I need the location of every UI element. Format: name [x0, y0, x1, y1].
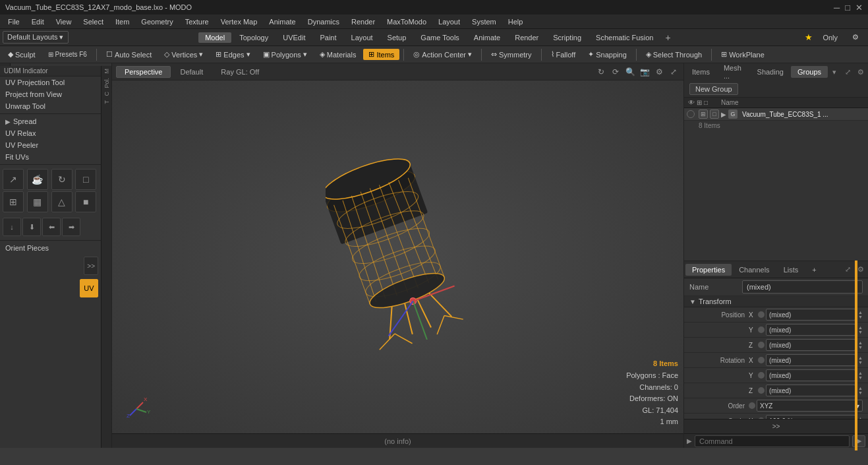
command-run-button[interactable]: ▶: [852, 435, 865, 447]
close-button[interactable]: ✕: [855, 3, 863, 13]
down-rot-x-icon[interactable]: ▼: [858, 360, 863, 365]
tab-animate[interactable]: Animate: [467, 32, 507, 43]
panel-tab-mesh[interactable]: Mesh ...: [717, 62, 750, 82]
tool-icon-6[interactable]: ▦: [27, 191, 48, 212]
position-z-dot[interactable]: [758, 342, 765, 348]
rotation-x-dot[interactable]: [758, 357, 765, 363]
auto-select-btn[interactable]: ☐ Auto Select: [101, 49, 157, 60]
settings-vp-icon[interactable]: ⚙: [653, 66, 665, 78]
tab-scripting[interactable]: Scripting: [546, 32, 588, 43]
tool-icon-3[interactable]: ↻: [51, 169, 72, 190]
menu-vertexmap[interactable]: Vertex Map: [216, 16, 263, 27]
tree-ctrl-1[interactable]: ⊞: [699, 109, 708, 119]
up-arrow-y-icon[interactable]: ▲: [858, 325, 863, 330]
tool-icon-5[interactable]: ⊞: [3, 191, 24, 212]
action-center-btn[interactable]: ◎ Action Center ▾: [408, 49, 477, 60]
left-item-orientpieces[interactable]: Orient Pieces: [0, 242, 101, 254]
left-item-uvprojection[interactable]: UV Projection Tool: [0, 77, 101, 88]
menu-file[interactable]: File: [3, 16, 25, 27]
maximize-button[interactable]: □: [845, 3, 850, 13]
add-tab-button[interactable]: +: [662, 32, 675, 43]
menu-maxtomodo[interactable]: MaxToModo: [382, 16, 432, 27]
search-icon[interactable]: 🔍: [624, 66, 636, 78]
items-btn[interactable]: ⊞ Items: [363, 49, 399, 60]
more-button[interactable]: >>: [84, 257, 98, 275]
tab-model[interactable]: Model: [198, 32, 231, 43]
tab-topology[interactable]: Topology: [233, 32, 275, 43]
rotation-z-field[interactable]: (mixed): [766, 385, 855, 396]
props-tab-channels[interactable]: Channels: [732, 264, 776, 276]
camera-icon[interactable]: 📷: [639, 66, 651, 78]
tool-icon-2[interactable]: ☕: [27, 169, 48, 190]
up-arrow-z-icon[interactable]: ▲: [858, 340, 863, 345]
tab-paint[interactable]: Paint: [313, 32, 343, 43]
only-button[interactable]: Only: [816, 32, 844, 43]
tab-render[interactable]: Render: [508, 32, 545, 43]
props-more-button[interactable]: >>: [772, 423, 780, 430]
layouts-dropdown[interactable]: Default Layouts ▾: [3, 31, 69, 44]
order-select[interactable]: XYZ ▾: [757, 400, 863, 412]
menu-animate[interactable]: Animate: [264, 16, 301, 27]
menu-edit[interactable]: Edit: [26, 16, 49, 27]
falloff-btn[interactable]: ⌇ Falloff: [546, 49, 581, 60]
up-rot-z-icon[interactable]: ▲: [858, 386, 863, 390]
right-icon[interactable]: ➡: [62, 218, 80, 236]
down-arrow-z-icon[interactable]: ▼: [858, 345, 863, 350]
rotation-z-dot[interactable]: [758, 387, 765, 394]
tool-icon-1[interactable]: ↗: [3, 169, 24, 190]
down-arrow-icon[interactable]: ▼: [858, 315, 863, 319]
panel-tab-shading[interactable]: Shading: [751, 66, 790, 78]
tree-ctrl-2[interactable]: □: [710, 109, 719, 119]
tab-gametools[interactable]: Game Tools: [414, 32, 466, 43]
props-tab-add[interactable]: +: [805, 264, 823, 276]
down-rot-y-icon[interactable]: ▼: [858, 375, 863, 380]
panel-tab-items[interactable]: Items: [685, 66, 716, 78]
position-x-dot[interactable]: [758, 311, 765, 318]
left-icon[interactable]: ⬅: [42, 218, 61, 236]
menu-item[interactable]: Item: [110, 16, 134, 27]
vp-tab-perspective[interactable]: Perspective: [116, 66, 171, 78]
menu-system[interactable]: System: [467, 16, 502, 27]
panel-expand-icon[interactable]: ⤢: [842, 66, 854, 78]
props-tab-properties[interactable]: Properties: [685, 264, 732, 276]
position-y-field[interactable]: (mixed): [766, 324, 855, 336]
tab-setup[interactable]: Setup: [381, 32, 413, 43]
visibility-eye-icon[interactable]: [687, 110, 695, 118]
left-item-fituvs[interactable]: Fit UVs: [0, 151, 101, 163]
polygons-btn[interactable]: ▣ Polygons ▾: [258, 49, 312, 60]
order-dot[interactable]: [749, 402, 755, 409]
menu-layout[interactable]: Layout: [433, 16, 465, 27]
expand-icon[interactable]: ⤢: [668, 66, 680, 78]
props-tab-lists[interactable]: Lists: [777, 264, 805, 276]
position-x-field[interactable]: (mixed): [766, 309, 855, 321]
orange-tool-btn[interactable]: UV: [80, 279, 98, 297]
workplane-btn[interactable]: ⊞ WorkPlane: [716, 49, 770, 60]
vp-tab-raygl[interactable]: Ray GL: Off: [212, 66, 268, 78]
vp-tab-default[interactable]: Default: [171, 66, 212, 78]
tool-icon-4[interactable]: □: [75, 169, 96, 190]
tab-schematic[interactable]: Schematic Fusion: [589, 32, 660, 43]
menu-help[interactable]: Help: [503, 16, 529, 27]
left-item-projectfromview[interactable]: Project from View: [0, 88, 101, 100]
menu-texture[interactable]: Texture: [180, 16, 214, 27]
edges-btn[interactable]: ⊞ Edges ▾: [210, 49, 255, 60]
up-arrow-icon[interactable]: ▲: [858, 310, 863, 315]
panel-tab-groups[interactable]: Groups: [791, 66, 828, 78]
left-item-spread[interactable]: ▶ Spread: [0, 115, 101, 127]
presets-btn[interactable]: ⊞ Presets F6: [43, 49, 92, 59]
position-z-field[interactable]: (mixed): [766, 339, 855, 351]
panel-chevron-down-icon[interactable]: ▾: [828, 66, 840, 78]
down-arrow-y-icon[interactable]: ▼: [858, 330, 863, 334]
left-item-unwraptool[interactable]: Unwrap Tool: [0, 100, 101, 112]
panel-settings-icon[interactable]: ⚙: [855, 66, 867, 78]
left-item-uvrelax[interactable]: UV Relax: [0, 127, 101, 139]
position-y-dot[interactable]: [758, 326, 765, 333]
tool-icon-8[interactable]: ■: [75, 191, 96, 212]
materials-btn[interactable]: ◈ Materials: [314, 49, 362, 60]
menu-view[interactable]: View: [51, 16, 77, 27]
rotation-y-field[interactable]: (mixed): [766, 369, 855, 381]
tree-row-group[interactable]: ⊞ □ ▶ G Vacuum_Tube_ECC83S_1 ...: [684, 108, 868, 121]
snapping-btn[interactable]: ✦ Snapping: [583, 49, 632, 60]
settings-button[interactable]: ⚙: [846, 32, 865, 43]
tool-icon-7[interactable]: △: [51, 191, 72, 212]
